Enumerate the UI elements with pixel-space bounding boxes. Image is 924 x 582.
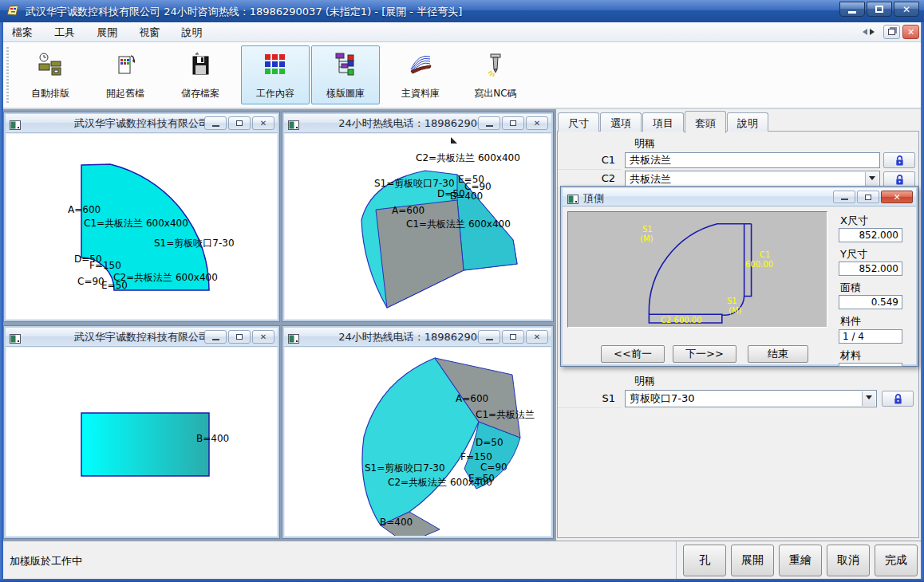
restore-button[interactable] bbox=[502, 116, 524, 130]
cad-viewport[interactable]: C2=共板法兰 600x400E=50S1=剪板咬口7-30C=90D=50B=… bbox=[285, 134, 551, 319]
child-window-icon bbox=[10, 332, 21, 347]
child-window-titlebar[interactable]: 武汉华宇诚数控科技有限公司 ✕ bbox=[6, 114, 278, 133]
c2-lock-button[interactable] bbox=[883, 171, 915, 187]
minimize-button[interactable] bbox=[833, 191, 855, 203]
restore-button[interactable] bbox=[502, 330, 524, 344]
tab-options[interactable]: 選項 bbox=[600, 112, 642, 132]
toolbar-main-database-button[interactable]: 主資料庫 bbox=[386, 45, 455, 104]
lock-icon bbox=[894, 174, 905, 186]
minimize-icon bbox=[841, 199, 848, 200]
preview-drawing bbox=[568, 212, 827, 327]
end-button[interactable]: 结束 bbox=[748, 345, 808, 363]
restore-button[interactable] bbox=[228, 116, 251, 130]
minimize-icon bbox=[848, 11, 856, 14]
menu-window[interactable]: 視窗 bbox=[130, 22, 168, 43]
restore-button[interactable] bbox=[857, 191, 879, 203]
redraw-button[interactable]: 重繪 bbox=[779, 545, 822, 576]
maximize-icon bbox=[875, 6, 883, 13]
cad-viewport[interactable]: A=600C1=共板法兰 600x400S1=剪板咬口7-30D=50F=150… bbox=[6, 134, 277, 319]
material-field[interactable] bbox=[839, 363, 902, 367]
toolbar-export-nc-button[interactable]: 寫出NC碼 bbox=[461, 45, 530, 104]
tab-help[interactable]: 說明 bbox=[727, 112, 768, 132]
mdi-restore-button[interactable] bbox=[883, 25, 900, 39]
minimize-button[interactable] bbox=[478, 116, 500, 130]
preview-canvas[interactable]: S1(M)C1600.00S1(M)C2 600.00 bbox=[567, 211, 827, 328]
close-icon: ✕ bbox=[534, 120, 540, 128]
menu-help[interactable]: 說明 bbox=[172, 22, 211, 43]
previous-button[interactable]: <<前一 bbox=[601, 345, 665, 363]
restore-button[interactable] bbox=[228, 330, 251, 344]
titlebar[interactable]: 武汉华宇诚数控科技有限公司 24小时咨询热线：18986290037 (未指定1… bbox=[0, 0, 924, 22]
minimize-icon bbox=[212, 125, 219, 127]
chevron-down-icon bbox=[866, 395, 872, 403]
toolbar-template-library-button[interactable]: 樣版圖庫 bbox=[311, 45, 380, 104]
nav-back-icon[interactable] bbox=[859, 29, 867, 35]
close-button[interactable]: ✕ bbox=[252, 116, 274, 130]
status-text: 加樣版於工作中 bbox=[10, 554, 82, 568]
cad-viewport[interactable]: B=400 bbox=[6, 348, 277, 536]
x-size-label: X尺寸 bbox=[840, 214, 868, 228]
minimize-button[interactable] bbox=[478, 330, 500, 344]
mdi-close-button[interactable]: ✕ bbox=[902, 25, 919, 39]
close-button[interactable]: ✕ bbox=[252, 330, 274, 344]
menu-unfold[interactable]: 展開 bbox=[88, 22, 126, 43]
nav-forward-icon[interactable] bbox=[870, 29, 878, 35]
x-size-field[interactable]: 852.000 bbox=[839, 228, 902, 242]
next-button[interactable]: 下一>> bbox=[673, 345, 736, 363]
close-icon: ✕ bbox=[260, 120, 267, 128]
name-column-header: 明稱 bbox=[634, 136, 655, 151]
child-window-titlebar[interactable]: 24小时热线电话：18986290037 ✕ bbox=[284, 328, 551, 347]
dropdown-button[interactable] bbox=[865, 172, 879, 187]
close-button[interactable]: ✕ bbox=[881, 191, 913, 203]
tab-connector[interactable]: 套頭 bbox=[685, 111, 726, 133]
child-window-3d-fan-view: 24小时热线电话：18986290037 ✕ A=600C1=共板法兰D=50F… bbox=[282, 325, 554, 539]
cad-label: D=50 bbox=[476, 438, 503, 448]
dialog-titlebar[interactable]: 頂側 ✕ bbox=[563, 188, 916, 206]
child-window-titlebar[interactable]: 24小时热线电话：18986290037 ✕ bbox=[284, 114, 551, 133]
toolbar-auto-layout-button[interactable]: 自動排版 bbox=[16, 45, 85, 104]
y-size-field[interactable]: 852.000 bbox=[839, 262, 902, 276]
menu-tools[interactable]: 工具 bbox=[45, 22, 84, 43]
s1-lock-button[interactable] bbox=[882, 391, 914, 407]
minimize-button[interactable] bbox=[204, 116, 227, 130]
minimize-button[interactable] bbox=[204, 330, 227, 344]
toolbar-overflow-icon[interactable] bbox=[451, 137, 457, 144]
cad-label: S1 bbox=[642, 225, 653, 234]
finish-button[interactable]: 完成 bbox=[875, 545, 918, 576]
cad-label: (M) bbox=[729, 306, 741, 315]
restore-icon bbox=[510, 120, 516, 126]
c1-lock-button[interactable] bbox=[883, 152, 915, 168]
cad-label: C1=共板法兰 600x400 bbox=[406, 219, 511, 230]
c1-value-field[interactable]: 共板法兰 bbox=[625, 152, 880, 168]
toolbar-work-content-button[interactable]: 工作內容 bbox=[241, 45, 310, 104]
cad-label: (M) bbox=[640, 234, 653, 243]
tab-items[interactable]: 項目 bbox=[642, 112, 684, 132]
cad-viewport[interactable]: A=600C1=共板法兰D=50F=150C=90S1=剪板咬口7-30E=50… bbox=[285, 348, 551, 536]
close-button[interactable]: ✕ bbox=[894, 2, 919, 17]
toolbar-button-label: 開起舊檔 bbox=[92, 87, 159, 100]
child-window-titlebar[interactable]: 武汉华宇诚数控科技有限公司 ✕ bbox=[6, 328, 278, 347]
menu-file[interactable]: 檔案 bbox=[3, 22, 41, 43]
toolbar-button-label: 工作內容 bbox=[242, 87, 309, 100]
close-button[interactable]: ✕ bbox=[526, 330, 548, 344]
child-window-3d-view: 24小时热线电话：18986290037 ✕ C2=共板法兰 600x400E=… bbox=[282, 112, 554, 322]
tab-size[interactable]: 尺寸 bbox=[558, 112, 599, 132]
dialog-icon bbox=[567, 192, 578, 207]
toolbar-open-file-button[interactable]: 開起舊檔 bbox=[91, 45, 160, 104]
dropdown-button[interactable] bbox=[862, 391, 875, 406]
area-field[interactable]: 0.549 bbox=[839, 295, 902, 309]
panel-rect-drawing bbox=[6, 348, 277, 536]
s1-combo[interactable]: 剪板咬口7-30 bbox=[625, 390, 877, 407]
minimize-button[interactable] bbox=[839, 2, 865, 17]
cad-label: C1=共板法兰 bbox=[476, 410, 535, 420]
cad-label: C2=共板法兰 600x400 bbox=[388, 478, 492, 488]
close-button[interactable]: ✕ bbox=[526, 116, 548, 130]
mdi-workspace: 武汉华宇诚数控科技有限公司 ✕ A=600C1=共板法兰 600x400S1=剪… bbox=[3, 109, 921, 541]
maximize-button[interactable] bbox=[867, 2, 892, 17]
toolbar-save-file-button[interactable]: 儲存檔案 bbox=[166, 45, 235, 104]
hole-button[interactable]: 孔 bbox=[683, 545, 726, 576]
unfold-button[interactable]: 展開 bbox=[731, 545, 774, 576]
cancel-button[interactable]: 取消 bbox=[827, 545, 870, 576]
child-window-icon bbox=[288, 332, 299, 347]
part-field[interactable]: 1 / 4 bbox=[839, 329, 902, 344]
